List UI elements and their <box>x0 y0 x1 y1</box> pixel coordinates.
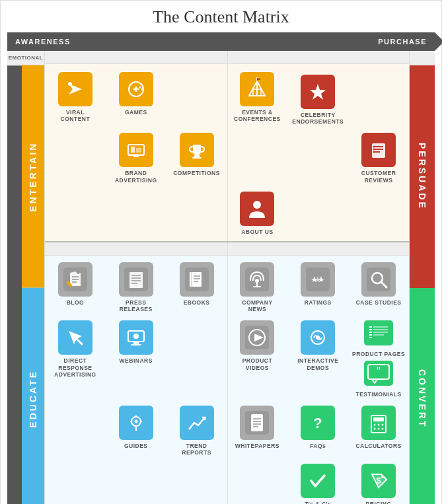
games-icon <box>119 72 153 106</box>
svg-rect-25 <box>192 157 202 159</box>
content-matrix-container: The Content Matrix AWARENESS PURCHASE EM… <box>0 0 442 504</box>
svg-rect-24 <box>194 155 200 157</box>
product-pages-icon <box>364 320 393 345</box>
brand-advertising-label: BRANDADVERTISING <box>115 170 157 183</box>
svg-rect-77 <box>364 320 393 345</box>
faqs-icon: ? <box>301 406 335 440</box>
trend-reports-cell: TRENDREPORTS <box>166 400 227 458</box>
svg-point-116 <box>378 427 380 429</box>
competitions-cell: COMPETITIONS <box>166 127 227 186</box>
svg-point-121 <box>381 476 384 478</box>
svg-point-76 <box>316 336 320 340</box>
svg-point-113 <box>378 423 380 425</box>
emotional-label: EMOTIONAL <box>9 55 44 61</box>
webinars-cell: WEBINARS <box>106 315 166 400</box>
svg-rect-27 <box>372 143 385 158</box>
svg-rect-22 <box>136 148 141 153</box>
ts-and-cs-cell: T's & C's <box>287 458 348 504</box>
product-videos-cell: PRODUCTVIDEOS <box>227 315 288 400</box>
whitepapers-icon <box>240 406 274 440</box>
svg-rect-100 <box>185 411 209 435</box>
celebrity-icon <box>301 75 335 109</box>
svg-rect-70 <box>131 344 141 345</box>
svg-rect-69 <box>133 342 139 344</box>
svg-point-117 <box>382 427 384 429</box>
faqs-label: FAQs <box>310 443 326 449</box>
svg-text:?: ? <box>314 415 322 431</box>
entertain-label: ENTERTAIN <box>22 65 44 288</box>
convert-label: CONVERT <box>410 288 435 504</box>
svg-text:": " <box>377 365 381 377</box>
direct-response-cell: DIRECT RESPONSEADVERTISING <box>45 315 106 400</box>
faqs-cell: ? FAQs <box>287 400 348 458</box>
about-us-label: ABOUT US <box>241 229 273 235</box>
viral-content-icon <box>58 72 92 106</box>
svg-rect-102 <box>251 414 263 431</box>
celebrity-label: CELEBRITYENDORSEMENTS <box>292 112 344 125</box>
calculators-label: CALCULATORS <box>355 443 401 449</box>
blog-label: BLOG <box>67 299 85 306</box>
page-title: The Content Matrix <box>7 7 435 27</box>
case-studies-cell: CASE STUDIES <box>348 257 409 315</box>
ratings-icon <box>301 262 335 297</box>
svg-point-32 <box>373 149 375 151</box>
calculators-cell: CALCULATORS <box>348 400 409 458</box>
svg-rect-109 <box>367 411 390 435</box>
games-cell: GAMES <box>106 67 166 127</box>
product-videos-icon <box>240 320 274 355</box>
press-releases-icon <box>119 262 153 297</box>
trend-reports-label: TRENDREPORTS <box>182 443 211 456</box>
customer-reviews-label: CUSTOMERREVIEWS <box>361 170 396 183</box>
pricing-icon: $ <box>361 464 396 498</box>
customer-reviews-cell: CUSTOMERREVIEWS <box>348 127 409 186</box>
persuade-label: PERSUADE <box>410 65 435 288</box>
competitions-icon <box>180 133 214 167</box>
svg-rect-111 <box>373 417 384 421</box>
pricing-label: PRICING <box>366 501 392 504</box>
product-pages-testimonials-cell: PRODUCT PAGES " TESTIMONIALS <box>348 315 409 400</box>
ratings-label: RATINGS <box>305 299 332 306</box>
viral-content-label: VIRALCONTENT <box>61 109 91 122</box>
svg-point-98 <box>134 419 137 423</box>
svg-rect-50 <box>192 272 202 287</box>
about-us-icon <box>240 192 274 226</box>
direct-response-label: DIRECT RESPONSEADVERTISING <box>48 357 103 378</box>
direct-response-icon <box>58 320 92 355</box>
purchase-label: PURCHASE <box>378 38 427 46</box>
pricing-cell: $ PRICING <box>348 458 409 504</box>
axis-bar: AWARENESS PURCHASE <box>7 32 435 51</box>
svg-text:$: $ <box>376 476 381 486</box>
brand-advertising-icon <box>119 133 153 167</box>
company-news-cell: COMPANYNEWS <box>227 257 288 315</box>
svg-point-55 <box>255 279 259 283</box>
svg-point-115 <box>374 427 376 429</box>
events-conferences-cell: EVENTS &CONFERENCES <box>227 67 288 127</box>
blog-cell: BLOG <box>45 257 106 315</box>
brand-advertising-cell: BRANDADVERTISING <box>106 127 166 186</box>
whitepapers-label: WHITEPAPERS <box>235 443 279 449</box>
ebooks-cell: EBOOKS <box>166 257 227 315</box>
svg-rect-21 <box>131 147 135 153</box>
svg-rect-118 <box>306 469 330 493</box>
viral-content-cell: VIRALCONTENT <box>45 67 106 127</box>
svg-point-8 <box>141 89 143 90</box>
games-label: GAMES <box>125 109 147 116</box>
guides-cell: GUIDES <box>106 400 166 458</box>
blog-icon <box>58 262 92 297</box>
vertical-axis-arrow <box>7 65 22 504</box>
svg-point-7 <box>139 87 141 89</box>
webinars-icon <box>119 320 153 355</box>
about-us-cell: ABOUT US <box>227 186 288 238</box>
awareness-label: AWARENESS <box>15 38 71 46</box>
testimonials-label: TESTIMONIALS <box>355 391 401 398</box>
customer-reviews-icon <box>361 133 396 167</box>
product-videos-label: PRODUCTVIDEOS <box>242 357 273 371</box>
company-news-label: COMPANYNEWS <box>242 299 272 312</box>
product-pages-label: PRODUCT PAGES <box>352 351 405 357</box>
svg-point-114 <box>382 423 384 425</box>
events-label: EVENTS &CONFERENCES <box>234 109 281 122</box>
interactive-demos-cell: INTERACTIVEDEMOS <box>287 315 348 400</box>
case-studies-label: CASE STUDIES <box>356 299 402 306</box>
ebooks-label: EBOOKS <box>184 299 210 306</box>
webinars-label: WEBINARS <box>120 357 153 364</box>
